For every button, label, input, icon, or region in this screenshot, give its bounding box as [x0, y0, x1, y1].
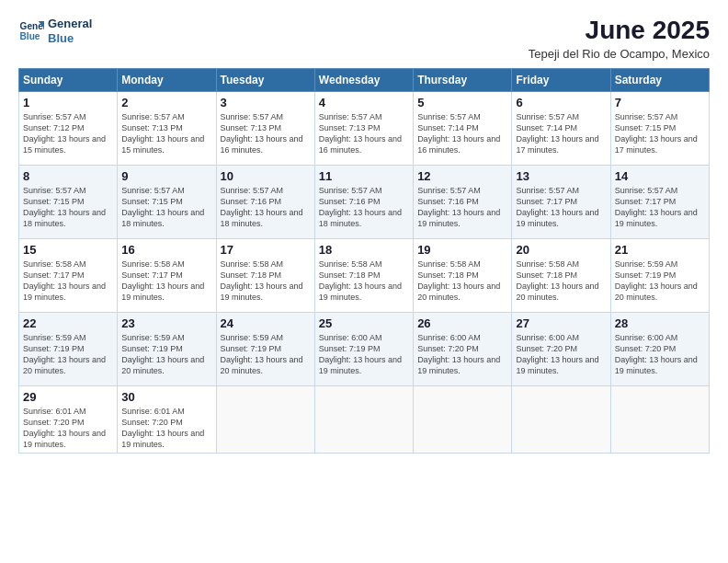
- calendar-cell: 20 Sunrise: 5:58 AM Sunset: 7:18 PM Dayl…: [512, 238, 610, 312]
- calendar-cell: 21 Sunrise: 5:59 AM Sunset: 7:19 PM Dayl…: [610, 238, 709, 312]
- day-info: Sunrise: 5:58 AM Sunset: 7:17 PM Dayligh…: [121, 259, 211, 304]
- calendar-cell: 7 Sunrise: 5:57 AM Sunset: 7:15 PM Dayli…: [610, 91, 709, 165]
- week-row-1: 8 Sunrise: 5:57 AM Sunset: 7:15 PM Dayli…: [19, 165, 710, 238]
- calendar-cell: 23 Sunrise: 5:59 AM Sunset: 7:19 PM Dayl…: [118, 312, 216, 385]
- calendar-cell: 19 Sunrise: 5:58 AM Sunset: 7:18 PM Dayl…: [414, 238, 512, 312]
- week-row-4: 29 Sunrise: 6:01 AM Sunset: 7:20 PM Dayl…: [19, 385, 710, 454]
- day-info: Sunrise: 5:57 AM Sunset: 7:17 PM Dayligh…: [516, 185, 606, 230]
- day-info: Sunrise: 5:59 AM Sunset: 7:19 PM Dayligh…: [615, 259, 705, 304]
- calendar-cell: 29 Sunrise: 6:01 AM Sunset: 7:20 PM Dayl…: [19, 385, 118, 454]
- location-title: Tepeji del Rio de Ocampo, Mexico: [529, 47, 710, 61]
- day-info: Sunrise: 5:58 AM Sunset: 7:18 PM Dayligh…: [221, 259, 311, 304]
- day-info: Sunrise: 5:58 AM Sunset: 7:17 PM Dayligh…: [23, 259, 113, 304]
- month-title: June 2025: [529, 17, 710, 45]
- calendar-cell: 11 Sunrise: 5:57 AM Sunset: 7:16 PM Dayl…: [314, 165, 413, 238]
- calendar-cell: 6 Sunrise: 5:57 AM Sunset: 7:14 PM Dayli…: [512, 91, 610, 165]
- calendar-cell: 9 Sunrise: 5:57 AM Sunset: 7:15 PM Dayli…: [118, 165, 216, 238]
- day-info: Sunrise: 5:57 AM Sunset: 7:14 PM Dayligh…: [516, 111, 606, 156]
- calendar-cell: 30 Sunrise: 6:01 AM Sunset: 7:20 PM Dayl…: [118, 385, 216, 454]
- calendar-cell: 4 Sunrise: 5:57 AM Sunset: 7:13 PM Dayli…: [314, 91, 413, 165]
- day-info: Sunrise: 5:59 AM Sunset: 7:19 PM Dayligh…: [121, 332, 211, 377]
- day-info: Sunrise: 5:57 AM Sunset: 7:12 PM Dayligh…: [23, 111, 113, 156]
- day-info: Sunrise: 5:57 AM Sunset: 7:15 PM Dayligh…: [23, 185, 113, 230]
- calendar-cell: 1 Sunrise: 5:57 AM Sunset: 7:12 PM Dayli…: [19, 91, 118, 165]
- day-info: Sunrise: 6:00 AM Sunset: 7:20 PM Dayligh…: [417, 332, 507, 377]
- logo-text: General: [48, 17, 92, 31]
- calendar-cell: 5 Sunrise: 5:57 AM Sunset: 7:14 PM Dayli…: [414, 91, 512, 165]
- day-info: Sunrise: 5:57 AM Sunset: 7:16 PM Dayligh…: [221, 185, 311, 230]
- calendar-cell: 26 Sunrise: 6:00 AM Sunset: 7:20 PM Dayl…: [414, 312, 512, 385]
- calendar-cell: 13 Sunrise: 5:57 AM Sunset: 7:17 PM Dayl…: [512, 165, 610, 238]
- day-number: 16: [121, 243, 211, 257]
- col-header-sunday: Sunday: [19, 68, 118, 91]
- calendar-cell: [216, 385, 314, 454]
- day-number: 30: [121, 390, 211, 404]
- day-info: Sunrise: 5:57 AM Sunset: 7:15 PM Dayligh…: [121, 185, 211, 230]
- header: General Blue General Blue June 2025 Tepe…: [18, 17, 710, 61]
- calendar-cell: 3 Sunrise: 5:57 AM Sunset: 7:13 PM Dayli…: [216, 91, 314, 165]
- day-number: 20: [516, 243, 606, 257]
- day-info: Sunrise: 5:58 AM Sunset: 7:18 PM Dayligh…: [516, 259, 606, 304]
- logo: General Blue General Blue: [18, 17, 92, 45]
- day-number: 2: [121, 96, 211, 109]
- day-info: Sunrise: 5:59 AM Sunset: 7:19 PM Dayligh…: [23, 332, 113, 377]
- day-number: 21: [615, 243, 705, 257]
- day-number: 12: [417, 169, 507, 183]
- day-info: Sunrise: 5:57 AM Sunset: 7:14 PM Dayligh…: [417, 111, 507, 156]
- day-number: 3: [221, 96, 311, 109]
- calendar-cell: [314, 385, 413, 454]
- day-number: 24: [221, 316, 311, 330]
- day-number: 19: [417, 243, 507, 257]
- day-info: Sunrise: 6:01 AM Sunset: 7:20 PM Dayligh…: [23, 406, 113, 451]
- svg-text:Blue: Blue: [20, 30, 40, 40]
- week-row-3: 22 Sunrise: 5:59 AM Sunset: 7:19 PM Dayl…: [19, 312, 710, 385]
- col-header-monday: Monday: [118, 68, 216, 91]
- day-info: Sunrise: 5:59 AM Sunset: 7:19 PM Dayligh…: [221, 332, 311, 377]
- day-number: 11: [319, 169, 409, 183]
- day-number: 8: [23, 169, 113, 183]
- calendar-cell: 28 Sunrise: 6:00 AM Sunset: 7:20 PM Dayl…: [610, 312, 709, 385]
- day-number: 5: [417, 96, 507, 109]
- col-header-tuesday: Tuesday: [216, 68, 314, 91]
- week-row-0: 1 Sunrise: 5:57 AM Sunset: 7:12 PM Dayli…: [19, 91, 710, 165]
- day-number: 26: [417, 316, 507, 330]
- day-info: Sunrise: 6:00 AM Sunset: 7:20 PM Dayligh…: [615, 332, 705, 377]
- col-header-friday: Friday: [512, 68, 610, 91]
- calendar-cell: 16 Sunrise: 5:58 AM Sunset: 7:17 PM Dayl…: [118, 238, 216, 312]
- calendar-cell: [414, 385, 512, 454]
- day-info: Sunrise: 5:57 AM Sunset: 7:13 PM Dayligh…: [319, 111, 409, 156]
- day-number: 27: [516, 316, 606, 330]
- col-header-thursday: Thursday: [414, 68, 512, 91]
- day-number: 14: [615, 169, 705, 183]
- header-row: SundayMondayTuesdayWednesdayThursdayFrid…: [19, 68, 710, 91]
- day-number: 1: [23, 96, 113, 109]
- calendar-cell: [610, 385, 709, 454]
- calendar-cell: 18 Sunrise: 5:58 AM Sunset: 7:18 PM Dayl…: [314, 238, 413, 312]
- day-info: Sunrise: 5:57 AM Sunset: 7:16 PM Dayligh…: [319, 185, 409, 230]
- logo-blue: Blue: [48, 31, 92, 46]
- day-info: Sunrise: 5:57 AM Sunset: 7:17 PM Dayligh…: [615, 185, 705, 230]
- day-number: 22: [23, 316, 113, 330]
- day-info: Sunrise: 5:57 AM Sunset: 7:13 PM Dayligh…: [221, 111, 311, 156]
- col-header-wednesday: Wednesday: [314, 68, 413, 91]
- calendar-cell: [512, 385, 610, 454]
- day-info: Sunrise: 5:58 AM Sunset: 7:18 PM Dayligh…: [417, 259, 507, 304]
- calendar: SundayMondayTuesdayWednesdayThursdayFrid…: [18, 68, 710, 454]
- calendar-cell: 14 Sunrise: 5:57 AM Sunset: 7:17 PM Dayl…: [610, 165, 709, 238]
- day-number: 17: [221, 243, 311, 257]
- day-number: 28: [615, 316, 705, 330]
- day-info: Sunrise: 5:57 AM Sunset: 7:13 PM Dayligh…: [121, 111, 211, 156]
- calendar-cell: 2 Sunrise: 5:57 AM Sunset: 7:13 PM Dayli…: [118, 91, 216, 165]
- calendar-cell: 17 Sunrise: 5:58 AM Sunset: 7:18 PM Dayl…: [216, 238, 314, 312]
- day-number: 15: [23, 243, 113, 257]
- day-number: 29: [23, 390, 113, 404]
- day-number: 7: [615, 96, 705, 109]
- title-block: June 2025 Tepeji del Rio de Ocampo, Mexi…: [529, 17, 710, 61]
- day-number: 10: [221, 169, 311, 183]
- day-info: Sunrise: 5:57 AM Sunset: 7:16 PM Dayligh…: [417, 185, 507, 230]
- day-number: 9: [121, 169, 211, 183]
- day-number: 4: [319, 96, 409, 109]
- calendar-cell: 27 Sunrise: 6:00 AM Sunset: 7:20 PM Dayl…: [512, 312, 610, 385]
- day-number: 25: [319, 316, 409, 330]
- day-info: Sunrise: 5:57 AM Sunset: 7:15 PM Dayligh…: [615, 111, 705, 156]
